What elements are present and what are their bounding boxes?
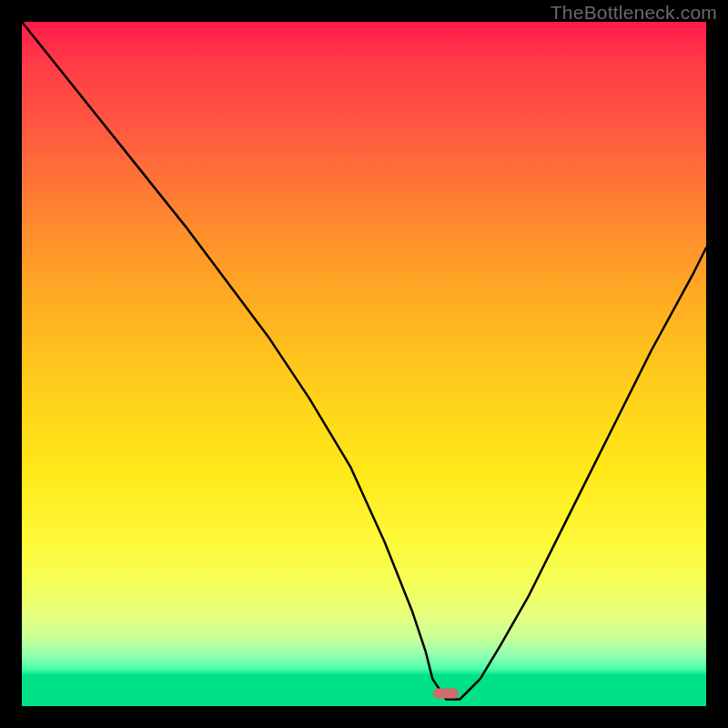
watermark-text: TheBottleneck.com [551, 2, 717, 24]
bottleneck-curve [22, 22, 706, 706]
plot-area [22, 22, 706, 706]
chart-frame: TheBottleneck.com [0, 0, 728, 728]
optimal-point-marker [433, 689, 459, 699]
